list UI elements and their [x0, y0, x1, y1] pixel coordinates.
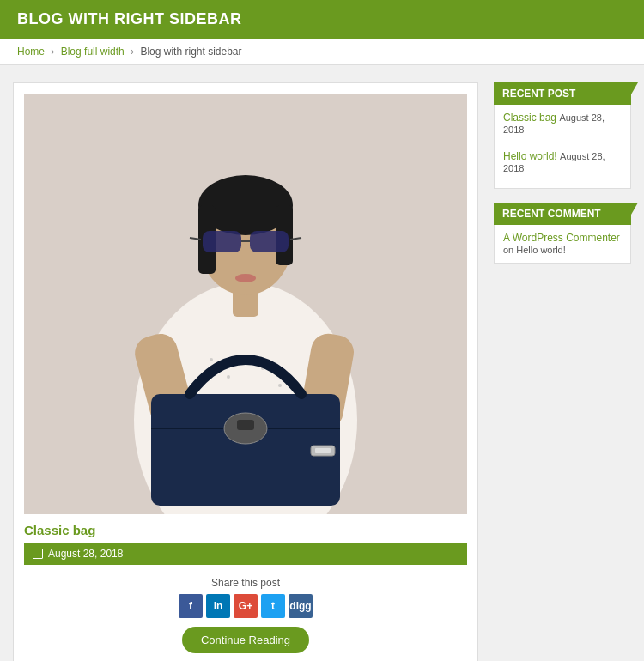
- googleplus-share-button[interactable]: G+: [234, 594, 258, 618]
- page-wrapper: Classic bag August 28, 2018 Share this p…: [0, 65, 644, 661]
- recent-post-item-1: Classic bag August 28, 2018: [503, 112, 622, 143]
- calendar-icon: [33, 549, 43, 559]
- breadcrumb-sep1: ›: [51, 45, 54, 58]
- comment-author-link[interactable]: A WordPress Commenter: [503, 232, 620, 244]
- recent-comment-title: RECENT COMMENT: [494, 203, 631, 225]
- breadcrumb-current: Blog with right sidebar: [140, 45, 241, 58]
- recent-post-widget: RECENT POST Classic bag August 28, 2018 …: [494, 82, 631, 189]
- main-content: Classic bag August 28, 2018 Share this p…: [13, 82, 478, 661]
- twitter-share-button[interactable]: t: [261, 594, 285, 618]
- share-section: Share this post f in G+ t digg Continue: [24, 577, 467, 653]
- recent-comment-body: A WordPress Commenter on Hello world!: [494, 225, 631, 264]
- post-meta: August 28, 2018: [24, 543, 467, 565]
- breadcrumb: Home › Blog full width › Blog with right…: [0, 39, 644, 65]
- continue-reading-button[interactable]: Continue Reading: [182, 627, 309, 653]
- recent-comment-widget: RECENT COMMENT A WordPress Commenter on …: [494, 203, 631, 264]
- post-image-svg: [24, 94, 467, 514]
- digg-share-button[interactable]: digg: [289, 594, 313, 618]
- svg-rect-27: [237, 420, 254, 430]
- comment-on: on Hello world!: [503, 245, 566, 255]
- share-label: Share this post: [24, 577, 467, 589]
- recent-post-link-1[interactable]: Classic bag: [503, 112, 556, 124]
- svg-point-3: [227, 375, 230, 379]
- svg-rect-16: [203, 231, 241, 252]
- recent-post-link-2[interactable]: Hello world!: [503, 150, 557, 162]
- recent-post-item-2: Hello world! August 28, 2018: [503, 150, 622, 181]
- svg-rect-17: [250, 231, 289, 252]
- svg-point-5: [278, 384, 282, 387]
- recent-post-title: RECENT POST: [494, 82, 631, 105]
- post-image: [24, 94, 467, 514]
- breadcrumb-blog-full[interactable]: Blog full width: [61, 45, 125, 58]
- svg-point-2: [210, 358, 213, 361]
- social-icons: f in G+ t digg: [24, 594, 467, 618]
- recent-comment-item-1: A WordPress Commenter on Hello world!: [503, 232, 622, 256]
- sidebar: RECENT POST Classic bag August 28, 2018 …: [494, 82, 631, 277]
- breadcrumb-sep2: ›: [131, 45, 134, 58]
- linkedin-share-button[interactable]: in: [206, 594, 230, 618]
- breadcrumb-home[interactable]: Home: [17, 45, 45, 58]
- svg-rect-29: [315, 448, 331, 453]
- site-header: BLOG WITH RIGHT SIDEBAR: [0, 0, 644, 39]
- post-date: August 28, 2018: [48, 548, 123, 560]
- svg-point-21: [235, 274, 256, 282]
- post-title: Classic bag: [24, 523, 467, 537]
- recent-post-body: Classic bag August 28, 2018 Hello world!…: [494, 105, 631, 189]
- site-title: BLOG WITH RIGHT SIDEBAR: [17, 10, 627, 28]
- facebook-share-button[interactable]: f: [179, 594, 203, 618]
